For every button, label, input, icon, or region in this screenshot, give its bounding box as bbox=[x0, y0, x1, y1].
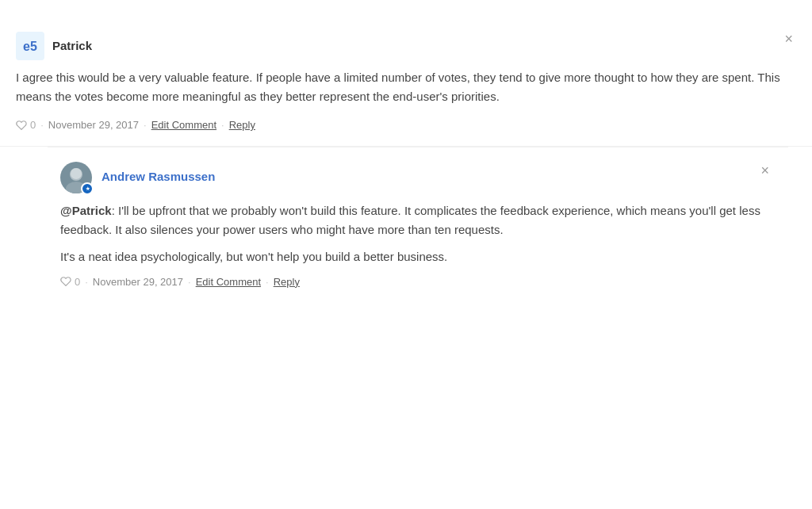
comment-patrick: e5 Patrick × I agree this would be a ver… bbox=[0, 16, 812, 147]
sep3-andrew: · bbox=[266, 274, 269, 290]
reply-date-andrew: November 29, 2017 bbox=[93, 274, 183, 290]
reply-header-andrew: ★ Andrew Rasmussen bbox=[60, 162, 764, 193]
sep2-patrick: · bbox=[144, 117, 147, 133]
reply-text1-rest: : I'll be upfront that we probably won't… bbox=[60, 204, 760, 236]
comment-header: e5 Patrick bbox=[16, 32, 788, 60]
like-count-andrew: 0 bbox=[75, 274, 80, 290]
comment-meta-patrick: 0 · November 29, 2017 · Edit Comment · R… bbox=[16, 117, 788, 133]
svg-text:e5: e5 bbox=[23, 40, 37, 53]
like-count-patrick: 0 bbox=[30, 117, 36, 133]
comment-date-patrick: November 29, 2017 bbox=[48, 117, 139, 133]
reply-text2-andrew: It's a neat idea psychologically, but wo… bbox=[60, 247, 764, 266]
close-button-andrew[interactable]: × bbox=[756, 162, 774, 179]
svg-point-4 bbox=[71, 168, 82, 179]
like-icon-andrew[interactable]: 0 bbox=[60, 274, 80, 290]
sep1-patrick: · bbox=[40, 117, 44, 133]
edit-comment-link-andrew[interactable]: Edit Comment bbox=[196, 274, 261, 290]
avatar-andrew: ★ bbox=[60, 162, 92, 193]
e5-logo-avatar: e5 bbox=[16, 32, 44, 60]
page-container: e5 Patrick × I agree this would be a ver… bbox=[0, 0, 812, 509]
reply-author-andrew: Andrew Rasmussen bbox=[102, 168, 215, 186]
reply-andrew: ★ Andrew Rasmussen × @Patrick: I'll be u… bbox=[48, 147, 788, 303]
reply-link-andrew[interactable]: Reply bbox=[274, 274, 300, 290]
close-button-patrick[interactable]: × bbox=[779, 30, 798, 48]
like-icon-patrick[interactable]: 0 bbox=[16, 117, 36, 133]
reply-text1-andrew: @Patrick: I'll be upfront that we probab… bbox=[60, 201, 764, 239]
reply-meta-andrew: 0 · November 29, 2017 · Edit Comment · R… bbox=[60, 274, 764, 290]
reply-body-andrew: @Patrick: I'll be upfront that we probab… bbox=[60, 201, 764, 266]
reply-link-patrick[interactable]: Reply bbox=[229, 117, 255, 133]
reply-mention-andrew: @Patrick bbox=[60, 204, 112, 217]
sep1-andrew: · bbox=[85, 274, 88, 290]
sep2-andrew: · bbox=[188, 274, 191, 290]
sep3-patrick: · bbox=[221, 117, 224, 133]
comment-body-patrick: I agree this would be a very valuable fe… bbox=[16, 68, 788, 106]
edit-comment-link-patrick[interactable]: Edit Comment bbox=[151, 117, 216, 133]
comment-author-patrick: Patrick bbox=[52, 37, 92, 55]
staff-badge-andrew: ★ bbox=[81, 182, 94, 195]
comment-text-patrick: I agree this would be a very valuable fe… bbox=[16, 71, 780, 103]
